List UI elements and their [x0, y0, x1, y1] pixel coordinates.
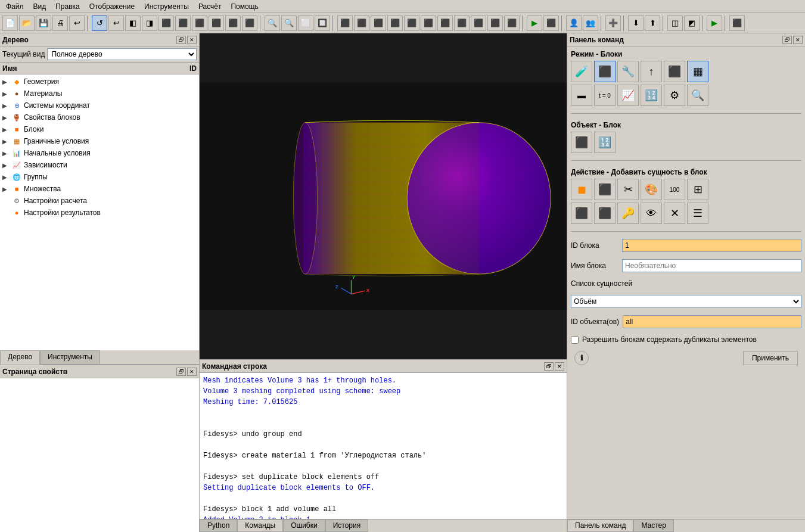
mode-btn-settings2[interactable]: ⚙ [664, 85, 685, 106]
menu-edit[interactable]: Правка [52, 1, 83, 12]
toolbar-select4[interactable]: ⬛ [387, 15, 403, 31]
tree-item-blocks[interactable]: ▶ ■ Блоки [0, 123, 199, 135]
action-btn-key[interactable]: 🔑 [617, 203, 639, 224]
entities-select[interactable]: Объём [571, 295, 801, 308]
toolbar-plus[interactable]: ➕ [605, 15, 621, 31]
mode-btn-chart[interactable]: 📈 [617, 85, 639, 106]
toolbar-extra[interactable]: ⬛ [543, 15, 559, 31]
right-close-btn[interactable]: ✕ [793, 36, 803, 44]
action-btn-block4[interactable]: ⬛ [594, 203, 616, 224]
duplicate-checkbox[interactable] [571, 336, 579, 344]
toolbar-view-back[interactable]: ◨ [142, 15, 157, 31]
right-tab-commands[interactable]: Панель команд [567, 519, 633, 532]
command-close-btn[interactable]: ✕ [555, 362, 564, 371]
mode-btn-table[interactable]: 🔢 [641, 85, 662, 106]
tree-restore-btn[interactable]: 🗗 [176, 36, 186, 44]
menu-display[interactable]: Отображение [86, 1, 138, 12]
action-btn-grid2[interactable]: ⊞ [687, 179, 708, 200]
toolbar-view-front[interactable]: ◧ [125, 15, 141, 31]
viewport[interactable]: X Y Z [200, 33, 567, 359]
tree-item-result-settings[interactable]: ▶ ● Настройки результатов [0, 207, 199, 219]
toolbar-view-bottom[interactable]: ⬛ [175, 15, 191, 31]
tree-tab-tools[interactable]: Инструменты [40, 350, 100, 364]
block-id-input[interactable] [622, 239, 801, 252]
toolbar-select1[interactable]: ⬛ [337, 15, 353, 31]
action-btn-vol2[interactable]: ⬛ [594, 179, 616, 200]
mode-btn-materials[interactable]: 🧪 [571, 61, 592, 82]
mode-btn-search[interactable]: 🔍 [687, 85, 708, 106]
toolbar-user1[interactable]: 👤 [566, 15, 582, 31]
tree-item-initial[interactable]: ▶ 📊 Начальные условия [0, 147, 199, 159]
toolbar-zoom-out[interactable]: 🔍 [281, 15, 297, 31]
toolbar-view-iso[interactable]: ⬛ [225, 15, 241, 31]
toolbar-view-undo-rotate[interactable]: ↩ [108, 15, 124, 31]
toolbar-select9[interactable]: ⬛ [471, 15, 486, 31]
toolbar-view-top[interactable]: ⬛ [158, 15, 174, 31]
tree-item-sets[interactable]: ▶ ■ Множества [0, 183, 199, 195]
mode-btn-mesh[interactable]: ▦ [687, 61, 708, 82]
toolbar-new[interactable]: 📄 [2, 15, 18, 31]
toolbar-view-fit[interactable]: ⬛ [242, 15, 257, 31]
tree-item-geometry[interactable]: ▶ ◆ Геометрия [0, 76, 199, 88]
action-btn-block3[interactable]: ⬛ [571, 203, 592, 224]
menu-calc[interactable]: Расчёт [195, 1, 225, 12]
toolbar-save[interactable]: 💾 [36, 15, 51, 31]
toolbar-upload[interactable]: ⬆ [645, 15, 660, 31]
tree-item-materials[interactable]: ▶ ● Материалы [0, 88, 199, 99]
action-btn-vol1[interactable]: ◼ [571, 179, 592, 200]
toolbar-download[interactable]: ⬇ [628, 15, 644, 31]
tree-item-dependencies[interactable]: ▶ 📈 Зависимости [0, 159, 199, 171]
tree-item-calc-settings[interactable]: ▶ ⚙ Настройки расчета [0, 195, 199, 207]
object-btn-count[interactable]: 🔢 [594, 132, 616, 153]
mode-btn-settings[interactable]: 🔧 [617, 61, 639, 82]
object-btn-block[interactable]: ⬛ [571, 132, 592, 153]
toolbar-resize1[interactable]: ◫ [667, 15, 683, 31]
menu-tools[interactable]: Инструменты [141, 1, 192, 12]
toolbar-resize2[interactable]: ◩ [684, 15, 700, 31]
tree-close-btn[interactable]: ✕ [187, 36, 197, 44]
action-btn-cut[interactable]: ✂ [617, 179, 639, 200]
mode-btn-view1[interactable]: ▬ [571, 85, 592, 106]
action-btn-100[interactable]: 100 [664, 179, 685, 200]
command-tab-commands[interactable]: Команды [237, 519, 283, 532]
toolbar-select11[interactable]: ⬛ [504, 15, 520, 31]
toolbar-select5[interactable]: ⬛ [404, 15, 419, 31]
toolbar-select2[interactable]: ⬛ [354, 15, 369, 31]
toolbar-open[interactable]: 📂 [19, 15, 35, 31]
action-btn-eye[interactable]: 👁 [641, 203, 662, 224]
toolbar-select3[interactable]: ⬛ [371, 15, 386, 31]
menu-help[interactable]: Помощь [227, 1, 262, 12]
menu-file[interactable]: Файл [2, 1, 27, 12]
props-close-btn[interactable]: ✕ [187, 368, 197, 376]
action-btn-color[interactable]: 🎨 [641, 179, 662, 200]
apply-button[interactable]: Применить [743, 351, 798, 365]
toolbar-select7[interactable]: ⬛ [437, 15, 453, 31]
mode-btn-blocks[interactable]: ⬛ [594, 61, 616, 82]
command-restore-btn[interactable]: 🗗 [544, 362, 554, 371]
command-tab-history[interactable]: История [325, 519, 369, 532]
action-btn-delete[interactable]: ✕ [664, 203, 685, 224]
command-tab-python[interactable]: Python [200, 519, 237, 532]
toolbar-undo[interactable]: ↩ [69, 15, 85, 31]
toolbar-print[interactable]: 🖨 [52, 15, 68, 31]
toolbar-zoom-in[interactable]: 🔍 [265, 15, 280, 31]
toolbar-select6[interactable]: ⬛ [421, 15, 436, 31]
toolbar-last[interactable]: ⬛ [729, 15, 745, 31]
toolbar-zoom-area[interactable]: ⬜ [298, 15, 313, 31]
tree-tab-tree[interactable]: Дерево [0, 350, 40, 365]
action-btn-list[interactable]: ☰ [687, 203, 708, 224]
block-name-input[interactable] [622, 259, 801, 272]
toolbar-select10[interactable]: ⬛ [487, 15, 503, 31]
toolbar-user2[interactable]: 👥 [583, 15, 598, 31]
current-view-select[interactable]: Полное дерево [47, 48, 197, 60]
toolbar-play[interactable]: ▶ [707, 15, 722, 31]
toolbar-select8[interactable]: ⬛ [454, 15, 470, 31]
toolbar-zoom-fit[interactable]: 🔲 [315, 15, 330, 31]
toolbar-run[interactable]: ▶ [527, 15, 542, 31]
object-ids-input[interactable] [623, 315, 801, 328]
info-button[interactable]: ℹ [574, 351, 589, 365]
props-restore-btn[interactable]: 🗗 [176, 368, 186, 376]
toolbar-view-left[interactable]: ⬛ [192, 15, 207, 31]
tree-item-boundary[interactable]: ▶ ▦ Граничные условия [0, 135, 199, 147]
toolbar-view-rotate[interactable]: ↺ [92, 15, 107, 31]
